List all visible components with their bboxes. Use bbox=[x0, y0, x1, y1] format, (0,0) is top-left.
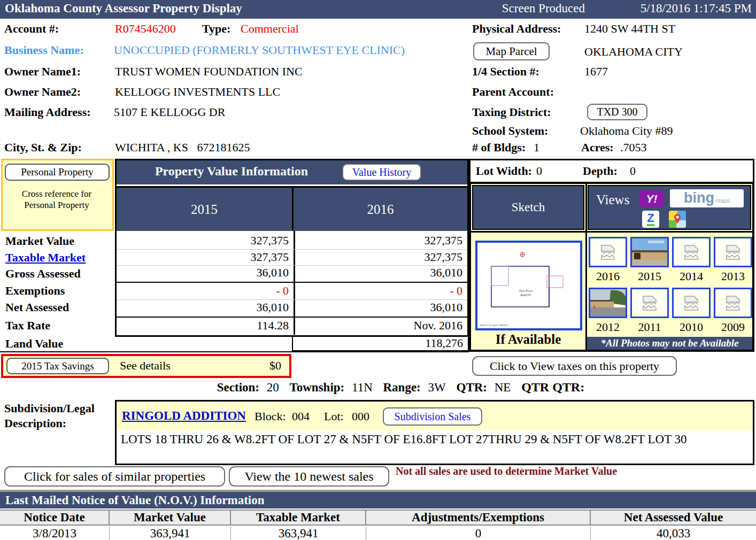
taxable-market-link[interactable]: Taxable Market bbox=[5, 251, 86, 265]
photo-thumb-2014[interactable] bbox=[672, 237, 711, 267]
net-assessed-2016: 36,010 bbox=[295, 300, 467, 314]
business-name-value: UNOCCUPIED (FORMERLY SOUTHWEST EYE CLINI… bbox=[114, 43, 405, 57]
num-bldgs-value: 1 bbox=[534, 141, 539, 155]
tax-rate-label: Tax Rate bbox=[5, 319, 50, 333]
tax-savings-details: See details bbox=[120, 359, 171, 373]
market-value-label: Market Value bbox=[5, 234, 74, 248]
page-title: Oklahoma County Assessor Property Displa… bbox=[5, 2, 242, 16]
physical-city-value: OKLAHOMA CITY bbox=[584, 45, 683, 59]
taxing-district-button[interactable]: TXD 300 bbox=[587, 104, 647, 120]
school-system-value: Oklahoma City #89 bbox=[580, 124, 673, 138]
nov-title: Last Mailed Notice of Value (N.O.V.) Inf… bbox=[5, 493, 264, 507]
bing-icon-text: bing bbox=[684, 189, 714, 206]
nov-net-assessed: 40,033 bbox=[591, 527, 756, 540]
photo-thumb-2011[interactable] bbox=[630, 288, 669, 318]
broken-image-icon bbox=[599, 244, 617, 260]
range-value: 3W bbox=[428, 381, 446, 394]
sketch-header: Sketch bbox=[472, 185, 584, 230]
owner1-value: TRUST WOMEN FOUNDATION INC bbox=[115, 65, 303, 79]
legal-description: LOTS 18 THRU 26 & W8.2FT OF LOT 27 & N5F… bbox=[121, 432, 751, 448]
nov-header-taxable-market: Taxable Market bbox=[231, 511, 366, 524]
row-line-c bbox=[117, 299, 467, 300]
value-table-title-row: Property Value Information Value History bbox=[117, 160, 467, 184]
bing-maps-text: maps bbox=[715, 197, 730, 204]
land-row-underline bbox=[0, 351, 469, 352]
photo-thumb-2010[interactable] bbox=[672, 288, 711, 318]
header-bottom-line bbox=[471, 231, 752, 233]
photo-thumb-2015[interactable] bbox=[630, 237, 669, 267]
business-name-label: Business Name: bbox=[4, 43, 84, 57]
market-value-2015: 327,375 bbox=[117, 234, 294, 248]
photo-thumb-2013[interactable] bbox=[714, 237, 752, 267]
tax-savings-box: 2015 Tax Savings See details $0 bbox=[1, 354, 291, 378]
nov-data-row: 3/8/2013 363,941 363,941 0 40,033 bbox=[0, 527, 756, 540]
range-label: Range: bbox=[383, 381, 421, 394]
photo-year-2014: 2014 bbox=[670, 269, 712, 283]
lot-width-label: Lot Width: bbox=[476, 164, 532, 178]
bing-maps-icon[interactable]: bing maps bbox=[670, 189, 744, 207]
subdivision-name-link[interactable]: RINGOLD ADDITION bbox=[122, 409, 246, 423]
personal-property-note: Cross reference for Personal Property bbox=[7, 188, 106, 211]
photo-year-2016: 2016 bbox=[587, 269, 629, 283]
photo-year-2010: 2010 bbox=[670, 320, 712, 334]
sketch-image[interactable]: First Floor 4948 FT Sketch by Apex Medin… bbox=[475, 241, 582, 330]
gross-assessed-2015: 36,010 bbox=[117, 266, 294, 280]
net-assessed-2015: 36,010 bbox=[117, 300, 294, 314]
photo-year-2015: 2015 bbox=[629, 269, 670, 283]
type-label: Type: bbox=[202, 22, 230, 36]
nov-notice-date: 3/8/2013 bbox=[0, 527, 110, 540]
sales-note: Not all sales are used to determine Mark… bbox=[396, 465, 617, 477]
google-maps-icon[interactable] bbox=[669, 211, 686, 228]
city-state-zip-label: City, St. & Zip: bbox=[4, 141, 82, 155]
group-line-1 bbox=[117, 282, 467, 283]
nov-header-net-assessed: Net Assessed Value bbox=[591, 511, 756, 524]
str-row: Section: 20 Township: 11N Range: 3W QTR:… bbox=[0, 380, 756, 395]
nov-market-value: 363,941 bbox=[110, 527, 231, 540]
newest-sales-button[interactable]: View the 10 newest sales bbox=[229, 466, 389, 487]
property-value-table: Property Value Information Value History… bbox=[115, 159, 469, 337]
taxable-market-2016: 327,375 bbox=[295, 250, 467, 264]
parent-account-label: Parent Account: bbox=[472, 85, 554, 99]
zillow-icon[interactable]: Z bbox=[642, 211, 659, 228]
nov-header-adjustments: Adjustments/Exemptions bbox=[366, 511, 591, 524]
mailing-address-value: 5107 E KELLOGG DR bbox=[114, 105, 225, 119]
col-header-2015: 2015 bbox=[117, 186, 294, 231]
col-header-2016: 2016 bbox=[294, 186, 467, 231]
land-value-2016: 118,276 bbox=[293, 336, 468, 350]
depth-label: Depth: bbox=[583, 164, 618, 178]
nov-header-market-value: Market Value bbox=[110, 511, 231, 524]
assessor-property-page: Oklahoma County Assessor Property Displa… bbox=[0, 0, 756, 540]
owner2-value: KELLOGG INVESTMENTS LLC bbox=[115, 85, 280, 99]
school-system-label: School System: bbox=[472, 124, 548, 138]
mailing-address-label: Mailing Address: bbox=[4, 105, 91, 119]
personal-property-button[interactable]: Personal Property bbox=[5, 164, 110, 181]
tax-rate-2016: Nov. 2016 bbox=[295, 319, 467, 333]
acres-value: .7053 bbox=[620, 141, 647, 155]
building-photo-2015 bbox=[632, 238, 667, 266]
views-title: Views bbox=[596, 192, 629, 207]
screen-produced-time: 5/18/2016 1:17:45 PM bbox=[641, 2, 752, 16]
personal-property-box: Personal Property Cross reference for Pe… bbox=[1, 159, 114, 231]
subdivision-sales-button[interactable]: Subdivision Sales bbox=[383, 407, 482, 426]
gross-assessed-2016: 36,010 bbox=[295, 266, 467, 280]
row-line-a bbox=[117, 249, 467, 250]
land-value-label: Land Value bbox=[5, 337, 63, 351]
nov-taxable-market: 363,941 bbox=[231, 527, 366, 540]
tax-savings-button[interactable]: 2015 Tax Savings bbox=[6, 358, 109, 374]
value-history-button[interactable]: Value History bbox=[342, 164, 421, 181]
yahoo-maps-icon[interactable]: Y! bbox=[639, 190, 664, 207]
photo-thumb-2012[interactable] bbox=[589, 288, 627, 318]
similar-sales-button[interactable]: Click for sales of similar properties bbox=[4, 466, 225, 487]
physical-address-label: Physical Address: bbox=[472, 22, 561, 36]
qtr-label: QTR: bbox=[457, 381, 488, 394]
nov-title-band: Last Mailed Notice of Value (N.O.V.) Inf… bbox=[0, 492, 756, 508]
view-taxes-button[interactable]: Click to View taxes on this property bbox=[472, 356, 677, 376]
photo-thumb-2009[interactable] bbox=[714, 288, 752, 318]
map-parcel-button[interactable]: Map Parcel bbox=[473, 42, 550, 60]
lot-value: 000 bbox=[352, 410, 369, 423]
depth-value: 0 bbox=[630, 164, 636, 178]
nov-adjustments: 0 bbox=[366, 527, 591, 540]
photo-thumb-2016[interactable] bbox=[589, 237, 627, 267]
sketch-floor-label: First Floor bbox=[519, 289, 533, 292]
land-value-2016-cell: 118,276 bbox=[292, 335, 469, 351]
